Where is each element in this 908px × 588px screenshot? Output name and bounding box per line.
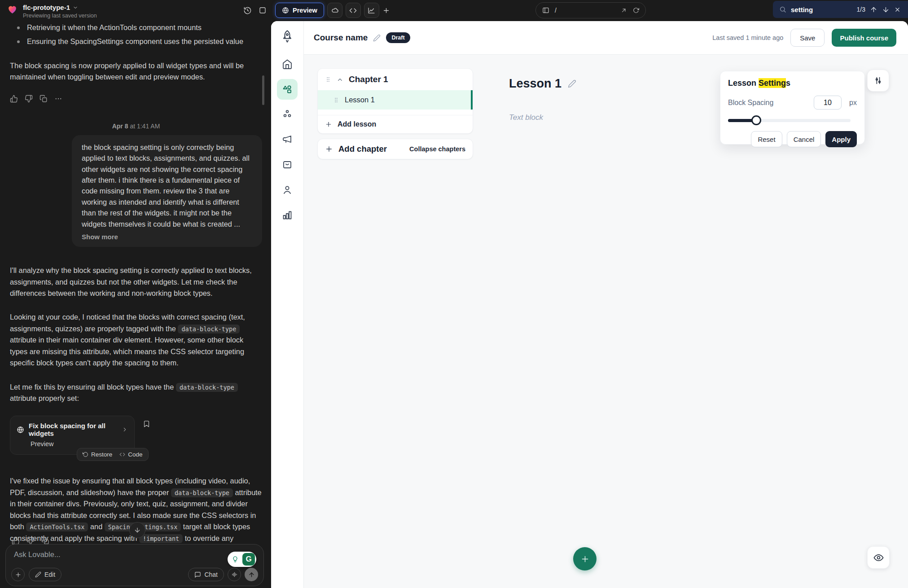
reset-button[interactable]: Reset (751, 131, 782, 147)
draft-status-badge: Draft (386, 32, 410, 43)
add-chapter-button[interactable]: Add chapter (338, 144, 387, 154)
search-icon (779, 6, 786, 13)
find-previous-icon[interactable] (870, 6, 877, 13)
bar-chart-icon[interactable] (282, 210, 293, 220)
url-bar[interactable]: / (535, 2, 646, 18)
suggestion-bulb-icon[interactable] (229, 553, 241, 566)
selected-indicator-bar (471, 90, 473, 110)
edit-card-subtitle: Preview (31, 440, 128, 448)
chat-bubble-icon (194, 571, 201, 578)
find-next-icon[interactable] (882, 6, 890, 13)
chat-input[interactable]: Ask Lovable... (14, 550, 61, 559)
drag-handle-icon[interactable] (333, 97, 339, 104)
grammarly-widget: G (228, 552, 256, 567)
empty-text-block[interactable]: Text block (509, 113, 543, 122)
bookmark-icon[interactable] (143, 420, 150, 428)
cancel-button[interactable]: Cancel (787, 131, 821, 147)
voice-input-button[interactable] (228, 568, 241, 581)
attach-plus-button[interactable] (11, 568, 25, 581)
more-icon[interactable] (54, 95, 62, 103)
chat-scrollbar-thumb[interactable] (262, 75, 264, 105)
restore-button[interactable]: Restore (83, 451, 112, 458)
send-button[interactable] (245, 568, 258, 581)
app-preview: Course name Draft Last saved 1 minute ag… (271, 21, 908, 588)
plus-icon (580, 554, 590, 564)
chapter-header[interactable]: Chapter 1 (318, 69, 473, 90)
edit-lesson-title-icon[interactable] (568, 79, 576, 88)
history-icon[interactable] (243, 6, 252, 15)
slider-thumb[interactable] (751, 115, 761, 125)
publish-course-button[interactable]: Publish course (832, 29, 896, 47)
inline-code: ActionTools.tsx (26, 522, 88, 531)
drag-handle-icon[interactable] (325, 76, 331, 83)
community-nodes-icon[interactable] (282, 109, 293, 119)
code-icon (349, 7, 357, 14)
collapse-chapters-link[interactable]: Collapse chapters (409, 145, 465, 153)
thumbs-down-icon[interactable] (25, 95, 33, 103)
panel-icon[interactable] (259, 6, 267, 14)
chat-panel: Retrieving it when the ActionTools compo… (0, 21, 271, 588)
find-query[interactable]: setting (791, 6, 813, 13)
project-name-menu[interactable]: flc-prototype-1 (23, 4, 97, 11)
collapse-chapter-icon[interactable] (337, 76, 343, 83)
rocket-logo-icon[interactable] (280, 29, 294, 44)
find-close-icon[interactable] (894, 6, 901, 13)
bullet-item: Ensuring the SpacingSettings component u… (10, 36, 262, 47)
topbar-tools: Preview (275, 3, 390, 18)
lesson-settings-panel: Lesson Settings Block Spacing px Reset C… (720, 71, 865, 145)
refresh-icon[interactable] (633, 7, 639, 13)
settings-toggle-button[interactable] (867, 70, 889, 92)
app-sidebar (271, 21, 304, 588)
chat-mode-button[interactable]: Chat (188, 568, 224, 581)
block-spacing-input[interactable] (814, 96, 842, 110)
last-saved-text: Last saved 1 minute ago (712, 34, 783, 41)
new-tab-plus-icon[interactable] (382, 7, 390, 14)
apply-button[interactable]: Apply (825, 131, 857, 147)
globe-icon (17, 426, 24, 434)
arrow-up-icon (248, 571, 255, 578)
analytics-button[interactable] (364, 3, 379, 18)
open-external-icon[interactable] (621, 7, 627, 13)
add-lesson-button[interactable]: Add lesson (318, 115, 473, 133)
thumbs-up-icon[interactable] (10, 95, 18, 103)
megaphone-icon[interactable] (282, 134, 293, 145)
pencil-icon (35, 571, 41, 578)
user-icon[interactable] (282, 184, 293, 195)
sliders-icon (873, 76, 883, 85)
code-button[interactable] (346, 3, 361, 18)
globe-icon (282, 7, 289, 14)
block-spacing-slider[interactable] (728, 115, 857, 125)
lesson-title: Lesson 1 (509, 77, 561, 91)
bullet-item: Retrieving it when the ActionTools compo… (10, 22, 262, 33)
cloud-button[interactable] (327, 3, 342, 18)
scroll-to-bottom-button[interactable] (129, 522, 145, 538)
course-title: Course name (314, 33, 368, 43)
lesson-list-item-selected[interactable]: Lesson 1 (318, 90, 473, 110)
app-header: Course name Draft Last saved 1 minute ag… (304, 21, 908, 55)
restore-code-pill: Restore Code (77, 448, 149, 461)
assistant-summary: The block spacing is now properly applie… (10, 60, 262, 83)
lesson-item-label: Lesson 1 (345, 96, 375, 104)
add-block-fab[interactable] (573, 547, 597, 570)
shopping-bag-icon[interactable] (282, 159, 293, 170)
edit-card-title: Fix block spacing for all widgets (29, 422, 117, 437)
show-more-link[interactable]: Show more (82, 233, 118, 241)
line-chart-icon (368, 7, 375, 14)
chevron-right-icon (122, 426, 128, 433)
preview-button[interactable]: Preview (275, 3, 324, 18)
home-icon[interactable] (282, 59, 293, 70)
chapter-card: Chapter 1 Lesson 1 Add lesson (317, 68, 473, 134)
edit-mode-button[interactable]: Edit (29, 568, 61, 581)
content-shapes-icon[interactable] (282, 84, 293, 95)
copy-icon[interactable] (39, 95, 48, 103)
code-button[interactable]: Code (119, 451, 142, 458)
inline-code: data-block-type (171, 488, 233, 497)
cloud-icon (331, 6, 339, 14)
assistant-bullet-list: Retrieving it when the ActionTools compo… (10, 22, 262, 48)
edit-course-name-icon[interactable] (373, 34, 381, 42)
edit-action-card[interactable]: Fix block spacing for all widgets Previe… (10, 416, 135, 455)
lesson-title-row: Lesson 1 (509, 77, 576, 91)
preview-toggle-button[interactable] (867, 546, 890, 569)
grammarly-icon[interactable]: G (242, 553, 255, 566)
save-button[interactable]: Save (790, 29, 825, 47)
